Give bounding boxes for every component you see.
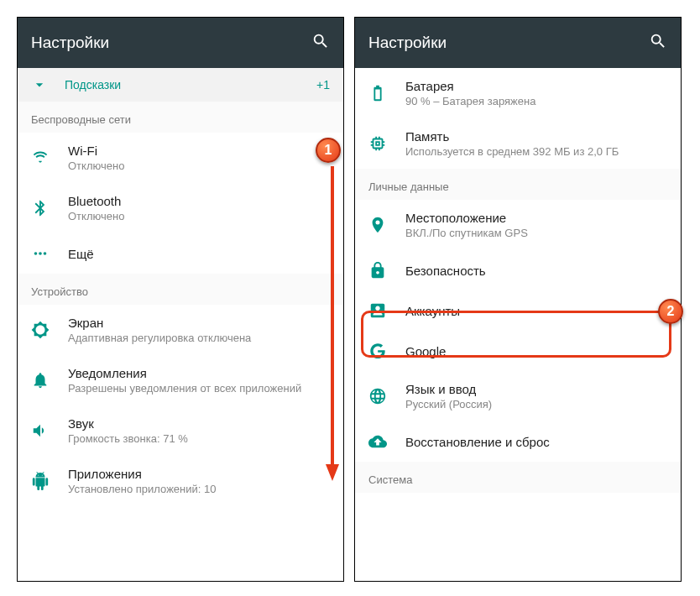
svg-marker-4: [326, 464, 339, 481]
account-icon: [368, 301, 405, 320]
section-system: Система: [355, 462, 681, 493]
bluetooth-title: Bluetooth: [68, 194, 330, 208]
apps-title: Приложения: [68, 467, 330, 481]
accounts-title: Аккаунты: [405, 304, 667, 318]
wifi-title: Wi-Fi: [68, 144, 330, 158]
location-icon: [368, 216, 405, 234]
display-title: Экран: [68, 316, 330, 330]
search-icon[interactable]: [649, 32, 667, 54]
hints-count: +1: [316, 78, 330, 91]
android-icon: [31, 472, 68, 490]
svg-point-0: [34, 252, 38, 255]
display-subtitle: Адаптивная регулировка отключена: [68, 332, 330, 344]
item-display[interactable]: Экран Адаптивная регулировка отключена: [18, 305, 343, 355]
item-accounts[interactable]: Аккаунты: [355, 290, 681, 331]
hints-label: Подсказки: [65, 78, 316, 91]
more-title: Ещё: [68, 247, 330, 261]
wifi-icon: [31, 149, 68, 167]
item-wifi[interactable]: Wi-Fi Отключено: [18, 133, 343, 183]
annotation-badge-2: 2: [658, 299, 683, 324]
phone-left: Настройки Подсказки +1 Беспроводные сети…: [17, 17, 344, 582]
apps-subtitle: Установлено приложений: 10: [68, 483, 330, 495]
battery-subtitle: 90 % – Батарея заряжена: [405, 95, 667, 107]
sound-title: Звук: [68, 416, 330, 431]
language-title: Язык и ввод: [405, 382, 667, 396]
notifications-title: Уведомления: [68, 366, 330, 380]
item-security[interactable]: Безопасность: [355, 250, 681, 290]
page-title: Настройки: [368, 34, 447, 52]
page-title: Настройки: [31, 34, 109, 52]
bluetooth-icon: [31, 199, 68, 217]
language-subtitle: Русский (Россия): [405, 398, 667, 410]
item-language[interactable]: Язык и ввод Русский (Россия): [355, 371, 681, 421]
battery-title: Батарея: [405, 79, 667, 93]
section-wireless: Беспроводные сети: [18, 102, 343, 133]
section-personal: Личные данные: [355, 169, 681, 200]
item-google[interactable]: Google: [355, 331, 681, 371]
brightness-icon: [31, 321, 68, 339]
appbar: Настройки: [18, 18, 343, 68]
phone-right: Настройки Батарея 90 % – Батарея заряжен…: [354, 17, 682, 582]
svg-point-1: [39, 252, 42, 255]
item-more[interactable]: Ещё: [18, 233, 343, 274]
search-icon[interactable]: [311, 32, 330, 54]
cloud-upload-icon: [368, 432, 405, 451]
chevron-down-icon: [31, 76, 55, 93]
google-icon: [368, 342, 405, 360]
google-title: Google: [405, 344, 667, 358]
appbar: Настройки: [355, 18, 681, 68]
wifi-subtitle: Отключено: [68, 159, 330, 172]
location-title: Местоположение: [405, 211, 667, 225]
more-icon: [31, 244, 68, 263]
memory-icon: [368, 134, 405, 153]
item-apps[interactable]: Приложения Установлено приложений: 10: [18, 456, 343, 506]
notifications-subtitle: Разрешены уведомления от всех приложений: [68, 382, 330, 395]
lock-icon: [368, 261, 405, 280]
item-battery[interactable]: Батарея 90 % – Батарея заряжена: [355, 68, 681, 118]
annotation-badge-1: 1: [316, 138, 341, 163]
backup-title: Восстановление и сброс: [405, 435, 667, 449]
item-notifications[interactable]: Уведомления Разрешены уведомления от все…: [18, 355, 343, 405]
bell-icon: [31, 371, 68, 389]
item-location[interactable]: Местоположение ВКЛ./По спутникам GPS: [355, 200, 681, 250]
item-memory[interactable]: Память Используется в среднем 392 МБ из …: [355, 118, 681, 169]
memory-subtitle: Используется в среднем 392 МБ из 2,0 ГБ: [405, 145, 667, 158]
sound-icon: [31, 421, 68, 440]
svg-point-2: [44, 252, 47, 255]
sound-subtitle: Громкость звонка: 71 %: [68, 432, 330, 445]
item-sound[interactable]: Звук Громкость звонка: 71 %: [18, 405, 343, 456]
hints-row[interactable]: Подсказки +1: [18, 68, 343, 102]
location-subtitle: ВКЛ./По спутникам GPS: [405, 227, 667, 239]
bluetooth-subtitle: Отключено: [68, 210, 330, 222]
annotation-arrow: [324, 166, 341, 485]
item-bluetooth[interactable]: Bluetooth Отключено: [18, 183, 343, 233]
memory-title: Память: [405, 129, 667, 144]
section-device: Устройство: [18, 274, 343, 305]
globe-icon: [368, 387, 405, 405]
security-title: Безопасность: [405, 264, 667, 278]
item-backup[interactable]: Восстановление и сброс: [355, 421, 681, 462]
battery-icon: [368, 84, 405, 102]
